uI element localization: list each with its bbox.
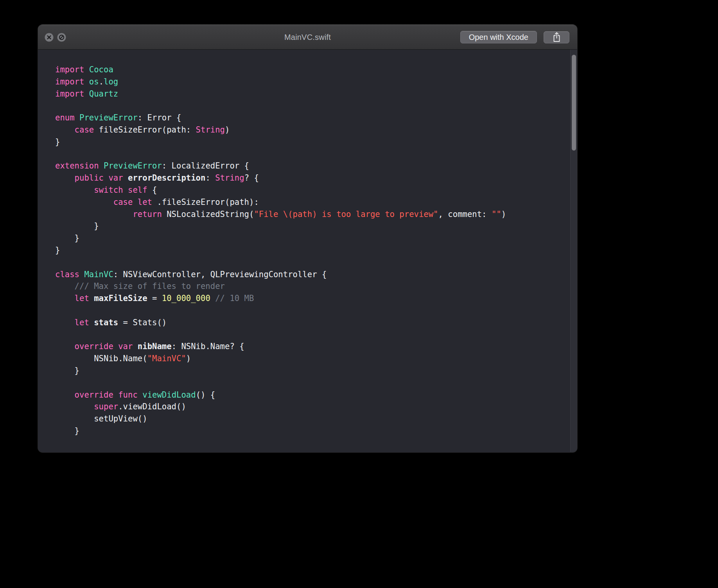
code-line <box>55 329 562 341</box>
code-token: var <box>108 173 123 183</box>
code-line: return NSLocalizedString("File \(path) i… <box>55 208 562 220</box>
code-token: viewDidLoad <box>142 390 196 400</box>
code-token: { <box>147 185 157 195</box>
code-token: = <box>147 294 162 303</box>
code-preview-area: import Cocoaimport os.logimport Quartz e… <box>38 50 577 452</box>
close-button[interactable] <box>45 33 54 42</box>
code-line <box>55 100 562 112</box>
code-token: "File \(path) is too large to preview" <box>254 210 438 219</box>
code-token: . <box>99 77 104 86</box>
code-token <box>89 294 94 303</box>
code-token: fileSizeError(path: <box>94 125 196 134</box>
code-token <box>113 342 118 351</box>
stop-button[interactable] <box>57 33 66 42</box>
code-token: : Error { <box>138 113 181 122</box>
code-token <box>55 402 94 411</box>
code-line: class MainVC: NSViewController, QLPrevie… <box>55 269 562 281</box>
code-token: case <box>75 125 94 134</box>
code-token: ? { <box>244 173 259 183</box>
code-token: import <box>55 65 84 74</box>
code-token: override <box>75 390 113 400</box>
code-token <box>84 77 89 86</box>
code-token: return <box>133 210 162 219</box>
code-token: maxFileSize <box>94 294 147 303</box>
code-line: } <box>55 244 562 256</box>
code-token <box>99 161 104 170</box>
code-token <box>133 197 137 207</box>
code-token: : NSNib.Name? { <box>172 342 244 351</box>
code-line: let maxFileSize = 10_000_000 // 10 MB <box>55 292 562 305</box>
desktop-background: { "window": { "title": "MainVC.swift", "… <box>0 0 718 588</box>
code-line: import Cocoa <box>55 64 562 76</box>
code-token: var <box>118 342 133 351</box>
share-button[interactable] <box>544 31 569 43</box>
code-token: : NSViewController, QLPreviewingControll… <box>113 270 327 279</box>
code-line: extension PreviewError: LocalizedError { <box>55 160 562 172</box>
code-token <box>104 173 108 183</box>
code-token: super <box>94 402 118 411</box>
code-token: log <box>104 77 118 86</box>
code-token: () { <box>196 390 215 400</box>
code-token <box>75 113 79 122</box>
code-line: /// Max size of files to render <box>55 280 562 292</box>
code-token: , comment: <box>438 210 492 219</box>
code-token: errorDescription <box>128 173 205 183</box>
prohibit-icon <box>57 33 66 42</box>
code-line: enum PreviewError: Error { <box>55 112 562 124</box>
code-token <box>55 197 113 207</box>
share-icon <box>552 32 561 42</box>
code-line: case let .fileSizeError(path): <box>55 196 562 208</box>
code-line <box>55 377 562 389</box>
code-token <box>55 185 94 195</box>
code-token: let <box>75 318 89 327</box>
code-token: class <box>55 270 79 279</box>
code-token: setUpView() <box>55 414 147 423</box>
code-token: extension <box>55 161 99 170</box>
code-token <box>133 342 137 351</box>
code-lines: import Cocoaimport os.logimport Quartz e… <box>38 50 577 437</box>
open-with-xcode-button[interactable]: Open with Xcode <box>460 31 537 43</box>
code-token: "MainVC" <box>147 354 186 363</box>
code-line <box>55 148 562 160</box>
code-token <box>55 318 75 327</box>
code-token: } <box>55 221 99 231</box>
scrollbar-thumb[interactable] <box>572 55 576 151</box>
code-line: import os.log <box>55 76 562 88</box>
code-token <box>55 342 75 351</box>
code-token <box>55 281 75 291</box>
code-token: ) <box>225 125 230 134</box>
code-token: enum <box>55 113 75 122</box>
quicklook-window: MainVC.swift Open with Xcode import Coco… <box>38 25 577 452</box>
code-token: public <box>75 173 104 183</box>
code-token: 10_000_000 <box>162 294 210 303</box>
code-token: let <box>75 294 89 303</box>
scrollbar-track[interactable] <box>570 50 577 452</box>
code-token <box>55 210 133 219</box>
titlebar-actions: Open with Xcode <box>460 25 569 50</box>
code-token: } <box>55 366 79 375</box>
code-token: } <box>55 137 60 147</box>
code-token: "" <box>492 210 501 219</box>
code-line: override var nibName: NSNib.Name? { <box>55 341 562 353</box>
code-line: } <box>55 232 562 244</box>
code-line: setUpView() <box>55 413 562 425</box>
code-token <box>84 65 89 74</box>
code-token <box>89 318 94 327</box>
code-token: override <box>75 342 113 351</box>
code-token: = Stats() <box>118 318 167 327</box>
code-token: let <box>138 197 152 207</box>
code-token <box>55 125 75 134</box>
code-token <box>55 390 75 400</box>
code-token: ) <box>186 354 191 363</box>
code-token: NSNib.Name( <box>55 354 147 363</box>
code-token: func <box>118 390 138 400</box>
code-token <box>210 294 215 303</box>
code-line: let stats = Stats() <box>55 317 562 329</box>
code-line: case fileSizeError(path: String) <box>55 124 562 136</box>
code-token: self <box>128 185 147 195</box>
code-line: override func viewDidLoad() { <box>55 389 562 401</box>
code-line: } <box>55 365 562 377</box>
code-token: PreviewError <box>104 161 162 170</box>
code-token: import <box>55 89 84 99</box>
code-token: : LocalizedError { <box>162 161 249 170</box>
